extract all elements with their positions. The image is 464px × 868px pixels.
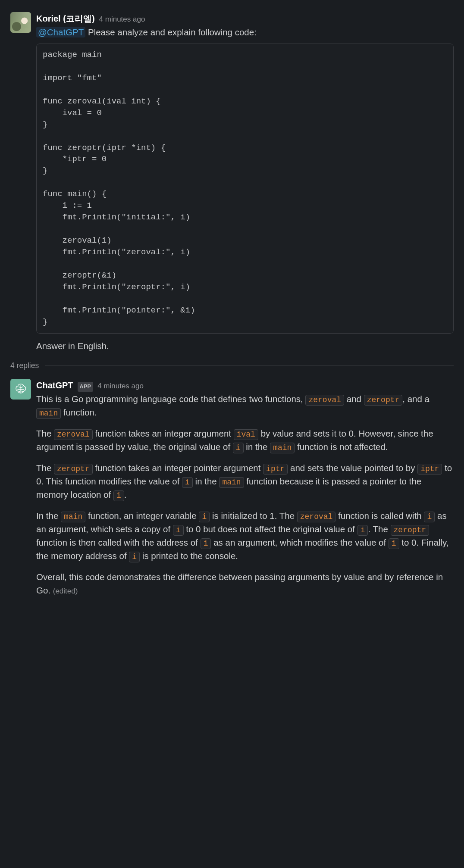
author-name[interactable]: Koriel (코리엘) xyxy=(36,12,95,25)
inline-code: i xyxy=(357,525,368,536)
inline-code: main xyxy=(270,443,295,453)
inline-code: main xyxy=(219,477,244,488)
text: and xyxy=(344,394,364,404)
intro-text: Please analyze and explain following cod… xyxy=(85,27,257,37)
message-body: Koriel (코리엘) 4 minutes ago @ChatGPT Plea… xyxy=(36,12,454,353)
text: is printed to the console. xyxy=(140,551,238,561)
text: and sets the value pointed to by xyxy=(288,463,417,473)
text: is initialized to 1. The xyxy=(210,511,297,521)
edited-label: (edited) xyxy=(53,587,78,595)
app-badge: APP xyxy=(78,382,94,392)
text: function takes an integer argument xyxy=(93,428,234,438)
paragraph: This is a Go programming language code t… xyxy=(36,393,454,419)
inline-code: zeroptr xyxy=(364,395,403,406)
chatgpt-logo-icon xyxy=(13,382,28,397)
inline-code: i xyxy=(201,538,211,549)
inline-code: zeroval xyxy=(54,429,93,440)
inline-code: main xyxy=(61,512,85,522)
inline-code: ival xyxy=(234,429,258,440)
text: in the xyxy=(193,476,219,486)
paragraph: The zeroptr function takes an integer po… xyxy=(36,462,454,502)
inline-code: zeroval xyxy=(305,395,344,406)
text: as an argument, which modifies the value… xyxy=(211,537,388,547)
code-block[interactable]: package main import "fmt" func zeroval(i… xyxy=(36,44,454,334)
text: In the xyxy=(36,511,61,521)
message-header: Koriel (코리엘) 4 minutes ago xyxy=(36,12,454,25)
text: This is a Go programming language code t… xyxy=(36,394,305,404)
inline-code: zeroptr xyxy=(391,525,430,536)
inline-code: zeroval xyxy=(297,512,336,522)
inline-code: i xyxy=(424,512,435,522)
message-body: ChatGPT APP 4 minutes ago This is a Go p… xyxy=(36,379,454,597)
avatar-bot[interactable] xyxy=(10,379,31,400)
paragraph: In the main function, an integer variabl… xyxy=(36,509,454,563)
paragraph: Overall, this code demonstrates the diff… xyxy=(36,571,454,597)
inline-code: i xyxy=(173,525,184,536)
replies-separator: 4 replies xyxy=(10,360,454,371)
message-user: Koriel (코리엘) 4 minutes ago @ChatGPT Plea… xyxy=(10,12,454,353)
inline-code: i xyxy=(389,538,399,549)
text: function, an integer variable xyxy=(85,511,199,521)
text: function is called with xyxy=(335,511,424,521)
outro-text: Answer in English. xyxy=(36,340,454,353)
text: to 0 but does not affect the original va… xyxy=(184,524,357,534)
inline-code: i xyxy=(199,512,210,522)
inline-code: i xyxy=(182,477,193,488)
text: Overall, this code demonstrates the diff… xyxy=(36,572,443,595)
text: function is then called with the address… xyxy=(36,537,201,547)
inline-code: iptr xyxy=(417,464,442,475)
reply-text: This is a Go programming language code t… xyxy=(36,393,454,597)
paragraph: The zeroval function takes an integer ar… xyxy=(36,427,454,454)
message-bot: ChatGPT APP 4 minutes ago This is a Go p… xyxy=(10,379,454,597)
timestamp[interactable]: 4 minutes ago xyxy=(99,14,145,25)
inline-code: i xyxy=(233,443,244,453)
text: The xyxy=(36,463,54,473)
inline-code: i xyxy=(129,552,140,562)
text: The xyxy=(36,428,54,438)
inline-code: iptr xyxy=(263,464,288,475)
inline-code: zeroptr xyxy=(54,464,93,475)
message-header: ChatGPT APP 4 minutes ago xyxy=(36,379,454,392)
text: . xyxy=(124,490,127,500)
text: in the xyxy=(244,442,270,452)
text: . The xyxy=(368,524,390,534)
replies-count[interactable]: 4 replies xyxy=(10,360,39,371)
inline-code: i xyxy=(113,490,124,501)
separator-line xyxy=(45,365,454,365)
message-text: @ChatGPT Please analyze and explain foll… xyxy=(36,26,454,39)
text: function is not affected. xyxy=(295,442,388,452)
text: function. xyxy=(61,407,97,417)
mention[interactable]: @ChatGPT xyxy=(36,27,85,37)
timestamp[interactable]: 4 minutes ago xyxy=(97,381,144,392)
inline-code: main xyxy=(36,408,61,419)
text: , and a xyxy=(402,394,430,404)
avatar-user[interactable] xyxy=(10,12,31,33)
author-name[interactable]: ChatGPT xyxy=(36,379,73,392)
text: function takes an integer pointer argume… xyxy=(93,463,263,473)
